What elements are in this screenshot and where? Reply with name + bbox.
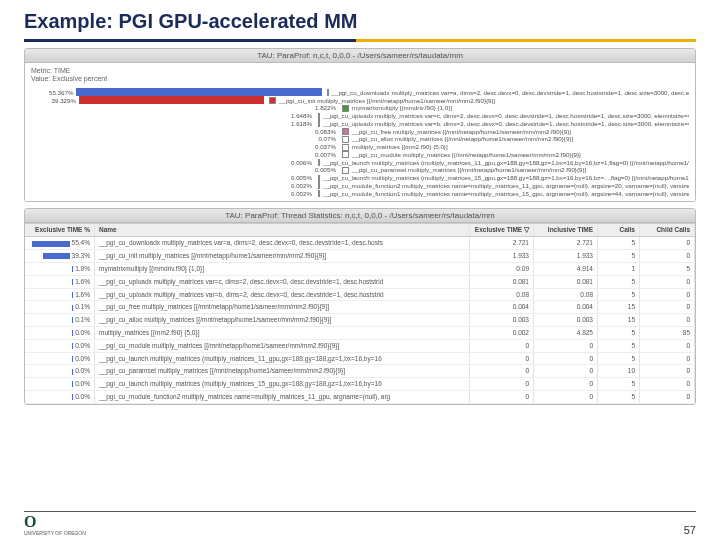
table-row[interactable]: 0.0%__pgi_cu_launch multiply_matrices (m… bbox=[25, 378, 695, 391]
cell-exclusive-pct: 0.0% bbox=[25, 391, 95, 403]
university-logo: O UNIVERSITY OF OREGON bbox=[24, 514, 86, 536]
bar-text: __pgi_cu_uploadx multiply_matrices var=c… bbox=[323, 112, 689, 120]
cell-name: __pgi_cu_launch multiply_matrices (multi… bbox=[95, 353, 470, 365]
bar-percent: 0.006% bbox=[291, 159, 315, 167]
bar-percent: 0.07% bbox=[291, 135, 339, 143]
bar-row[interactable]: 55.367% __pgi_cu_downloadx multiply_matr… bbox=[31, 88, 689, 96]
cell-calls: 5 bbox=[598, 237, 640, 249]
bar-text: __pgi_cu_alloc multiply_matrices [{/mnt/… bbox=[352, 135, 573, 143]
cell-calls: 15 bbox=[598, 301, 640, 313]
table-row[interactable]: 39.3%__pgi_cu_init multiply_matrices [{/… bbox=[25, 250, 695, 263]
bar-row[interactable]: 1.618%__pgi_cu_uploadx multiply_matrices… bbox=[31, 120, 689, 128]
bar-row[interactable]: 0.07%__pgi_cu_alloc multiply_matrices [{… bbox=[31, 135, 689, 143]
bar-percent: 0.002% bbox=[291, 190, 315, 198]
cell-calls: 5 bbox=[598, 378, 640, 390]
col-exclusive-time[interactable]: Exclusive TIME ▽ bbox=[470, 224, 534, 236]
bar-text: __pgi_cu_module multiply_matrices [{/mnt… bbox=[352, 151, 581, 159]
bar-row[interactable]: 0.007%__pgi_cu_module multiply_matrices … bbox=[31, 151, 689, 159]
paraprof-window: TAU: ParaProf: n,c,t, 0,0,0 - /Users/sam… bbox=[24, 48, 696, 202]
cell-inclusive-time: 4.825 bbox=[534, 327, 598, 339]
cell-calls: 1 bbox=[598, 263, 640, 275]
bar-row[interactable]: 1.648%__pgi_cu_uploadx multiply_matrices… bbox=[31, 112, 689, 120]
bar-row[interactable]: 0.002%__pgi_cu_module_function2 multiply… bbox=[31, 182, 689, 190]
cell-exclusive-time: 0 bbox=[470, 391, 534, 403]
bar-percent: 39.329% bbox=[31, 97, 79, 105]
cell-name: __pgi_cu_free multiply_matrices [{/mnt/n… bbox=[95, 301, 470, 313]
bar-row[interactable]: 0.083%__pgi_cu_free multiply_matrices [{… bbox=[31, 128, 689, 136]
table-row[interactable]: 0.0%__pgi_cu_launch multiply_matrices (m… bbox=[25, 353, 695, 366]
cell-exclusive-time: 1.933 bbox=[470, 250, 534, 262]
table-row[interactable]: 1.8%mymatrixmultiply [{mmdriv.f90} {1,0}… bbox=[25, 263, 695, 276]
bar-row[interactable]: 39.329% __pgi_cu_init multiply_matrices … bbox=[31, 96, 689, 104]
cell-child-calls: 0 bbox=[640, 276, 695, 288]
cell-child-calls: 5 bbox=[640, 263, 695, 275]
bar-row[interactable]: 0.037%multiply_matrices [{mm2.f90} {5,0}… bbox=[31, 143, 689, 151]
value-label: Value: Exclusive percent bbox=[31, 75, 689, 83]
cell-inclusive-time: 0.004 bbox=[534, 301, 598, 313]
cell-exclusive-pct: 0.0% bbox=[25, 353, 95, 365]
swatch-icon bbox=[342, 136, 349, 143]
table-row[interactable]: 0.1%__pgi_cu_alloc multiply_matrices [{/… bbox=[25, 314, 695, 327]
page-number: 57 bbox=[684, 524, 696, 536]
cell-exclusive-pct: 0.0% bbox=[25, 340, 95, 352]
cell-name: mymatrixmultiply [{mmdriv.f90} {1,0}] bbox=[95, 263, 470, 275]
bar-text: __pgi_cu_module_function1 multiply_matri… bbox=[323, 190, 689, 198]
bar-percent: 1.822% bbox=[291, 104, 339, 112]
bar-row[interactable]: 0.005%__pgi_cu_paramset multiply_matrice… bbox=[31, 166, 689, 174]
cell-exclusive-pct: 0.0% bbox=[25, 327, 95, 339]
cell-child-calls: 0 bbox=[640, 353, 695, 365]
cell-calls: 10 bbox=[598, 365, 640, 377]
table-row[interactable]: 1.6%__pgi_cu_uploadx multiply_matrices v… bbox=[25, 276, 695, 289]
cell-exclusive-pct: 55.4% bbox=[25, 237, 95, 249]
cell-exclusive-time: 0.08 bbox=[470, 289, 534, 301]
bar-row[interactable]: 0.002%__pgi_cu_module_function1 multiply… bbox=[31, 190, 689, 198]
bar-text: __pgi_cu_free multiply_matrices [{/mnt/n… bbox=[352, 128, 571, 136]
cell-exclusive-time: 0 bbox=[470, 365, 534, 377]
table-row[interactable]: 0.0%__pgi_cu_module multiply_matrices [{… bbox=[25, 340, 695, 353]
table-row[interactable]: 55.4%__pgi_cu_downloadx multiply_matrice… bbox=[25, 237, 695, 250]
bar-text: mymatrixmultiply [{mmdriv.f90} {1,0}] bbox=[352, 104, 452, 112]
bar-row[interactable]: 0.005%__pgi_cu_launch multiply_matrices … bbox=[31, 174, 689, 182]
cell-exclusive-time: 0.002 bbox=[470, 327, 534, 339]
bar-row[interactable]: 1.822%mymatrixmultiply [{mmdriv.f90} {1,… bbox=[31, 104, 689, 112]
window-titlebar[interactable]: TAU: ParaProf: Thread Statistics: n,c,t,… bbox=[25, 209, 695, 223]
cell-child-calls: 0 bbox=[640, 365, 695, 377]
col-calls[interactable]: Calls bbox=[598, 224, 640, 236]
col-exclusive-pct[interactable]: Exclusive TIME % bbox=[25, 224, 95, 236]
bar-fill bbox=[76, 88, 321, 96]
bar-row[interactable]: 0.006%__pgi_cu_launch multiply_matrices … bbox=[31, 159, 689, 167]
cell-child-calls: 0 bbox=[640, 391, 695, 403]
col-child-calls[interactable]: Child Calls bbox=[640, 224, 695, 236]
cell-child-calls: 0 bbox=[640, 314, 695, 326]
swatch-icon bbox=[342, 151, 349, 158]
col-inclusive-time[interactable]: Inclusive TIME bbox=[534, 224, 598, 236]
cell-name: multiply_matrices [{mm2.f90} {5,0}] bbox=[95, 327, 470, 339]
cell-inclusive-time: 0 bbox=[534, 340, 598, 352]
table-header: Exclusive TIME % Name Exclusive TIME ▽ I… bbox=[25, 223, 695, 237]
table-row[interactable]: 0.1%__pgi_cu_free multiply_matrices [{/m… bbox=[25, 301, 695, 314]
cell-inclusive-time: 4.914 bbox=[534, 263, 598, 275]
table-row[interactable]: 0.0%multiply_matrices [{mm2.f90} {5,0}]0… bbox=[25, 327, 695, 340]
title-rule bbox=[24, 39, 696, 42]
bar-text: __pgi_cu_uploadx multiply_matrices var=b… bbox=[323, 120, 689, 128]
table-row[interactable]: 1.6%__pgi_cu_uploadx multiply_matrices v… bbox=[25, 289, 695, 302]
cell-child-calls: 0 bbox=[640, 340, 695, 352]
cell-calls: 5 bbox=[598, 289, 640, 301]
cell-child-calls: 0 bbox=[640, 378, 695, 390]
bar-text: __pgi_cu_init multiply_matrices [{/mnt/n… bbox=[279, 97, 495, 105]
cell-child-calls: 0 bbox=[640, 301, 695, 313]
bar-percent: 0.083% bbox=[291, 128, 339, 136]
table-row[interactable]: 0.0%__pgi_cu_paramset multiply_matrices … bbox=[25, 365, 695, 378]
bar-fill bbox=[79, 96, 264, 104]
cell-exclusive-time: 2.721 bbox=[470, 237, 534, 249]
table-row[interactable]: 0.0%__pgi_cu_module_function2 multiply_m… bbox=[25, 391, 695, 404]
window-titlebar[interactable]: TAU: ParaProf: n,c,t, 0,0,0 - /Users/sam… bbox=[25, 49, 695, 63]
metric-label: Metric: TIME bbox=[31, 67, 689, 75]
swatch-icon bbox=[342, 167, 349, 174]
bar-percent: 0.007% bbox=[291, 151, 339, 159]
bar-text: __pgi_cu_downloadx multiply_matrices var… bbox=[332, 89, 689, 97]
col-name[interactable]: Name bbox=[95, 224, 470, 236]
bar-percent: 0.005% bbox=[291, 174, 315, 182]
cell-name: __pgi_cu_module multiply_matrices [{/mnt… bbox=[95, 340, 470, 352]
bar-percent: 1.648% bbox=[291, 112, 315, 120]
